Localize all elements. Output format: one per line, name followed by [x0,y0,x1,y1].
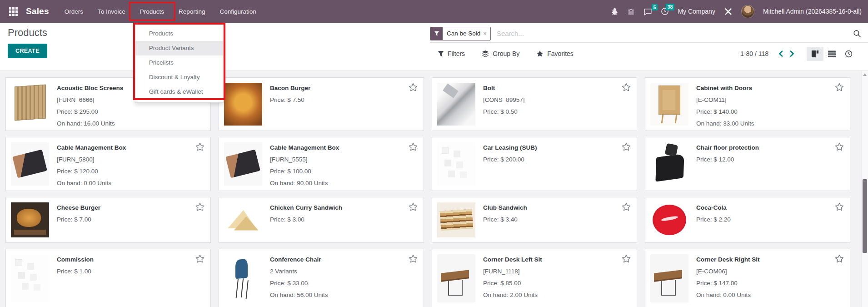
dropdown-item-pricelists[interactable]: Pricelists [135,55,223,70]
apps-grid-icon[interactable] [6,0,20,23]
product-name: Commission [57,254,94,266]
pager-next-icon[interactable] [786,47,798,60]
product-name: Bacon Burger [270,82,310,94]
product-onhand: On hand: 56.00 Units [270,289,328,301]
product-name: Cable Management Box [57,142,126,154]
product-code: [FURN_5555] [270,154,339,166]
filters-button[interactable]: Filters [438,50,465,57]
favorite-star-icon[interactable] [409,142,418,151]
activities-icon[interactable]: 38 [661,7,669,15]
product-card[interactable]: Commission Price: $ 1.00 [5,249,211,307]
product-card[interactable]: Bolt [CONS_89957] Price: $ 0.50 [432,77,637,131]
pager-previous-icon[interactable] [775,47,786,60]
favorite-star-icon[interactable] [195,254,205,263]
product-price: Price: $ 1.00 [57,266,94,277]
menu-products[interactable]: Products ProductsProduct VariantsPriceli… [133,0,171,23]
top-navbar: Sales Orders To Invoice Products Product… [0,0,868,23]
product-card[interactable]: Cheese Burger Price: $ 7.00 [5,197,211,243]
product-image [650,202,688,237]
favorites-button[interactable]: Favorites [536,50,574,57]
create-button[interactable]: CREATE [8,44,47,58]
search-icon[interactable] [853,30,861,38]
favorite-star-icon[interactable] [835,83,844,91]
dropdown-item-products[interactable]: Products [135,26,223,41]
activity-view-icon [845,50,853,58]
product-card[interactable]: Conference Chair 2 Variants Price: $ 33.… [219,249,424,307]
product-price: Price: $ 3.00 [270,214,342,226]
kanban-view-button[interactable] [807,47,823,61]
product-price: Price: $ 147.00 [696,277,760,289]
product-price: Price: $ 7.50 [270,94,310,106]
favorite-star-icon[interactable] [835,142,844,151]
product-card[interactable]: Cabinet with Doors [E-COM11] Price: $ 14… [645,77,850,131]
activity-view-button[interactable] [840,47,857,61]
dropdown-item-discount-loyalty[interactable]: Discount & Loyalty [135,70,223,85]
product-card[interactable]: Corner Desk Right Sit [E-COM06] Price: $… [645,249,850,307]
product-card[interactable]: Bacon Burger Price: $ 7.50 [219,77,424,131]
favorite-star-icon[interactable] [195,202,205,211]
product-price: Price: $ 120.00 [57,166,126,177]
product-image [224,202,262,237]
tools-icon[interactable] [724,7,733,16]
product-code: [FURN_1118] [483,266,542,277]
dropdown-item-product-variants[interactable]: Product Variants [135,41,223,55]
product-image [437,202,475,237]
product-price: Price: $ 12.00 [696,154,759,166]
favorite-star-icon[interactable] [622,202,631,211]
scrollbar-thumb[interactable] [863,179,867,253]
product-name: Bolt [483,82,525,94]
user-avatar[interactable] [741,5,754,18]
favorite-star-icon[interactable] [622,142,631,151]
menu-configuration[interactable]: Configuration [213,0,264,23]
product-card[interactable]: Coca-Cola Price: $ 2.20 [645,197,850,243]
product-image [224,254,262,302]
menu-to-invoice[interactable]: To Invoice [90,0,133,23]
facet-remove-icon[interactable]: × [483,30,490,36]
product-card[interactable]: Corner Desk Left Sit [FURN_1118] Price: … [432,249,637,307]
product-price: Price: $ 295.00 [57,106,123,118]
favorite-star-icon[interactable] [409,202,418,211]
scrollbar[interactable] [861,71,868,307]
favorites-star-icon [536,50,544,57]
product-card[interactable]: Chicken Curry Sandwich Price: $ 3.00 [219,197,424,243]
product-card[interactable]: Car Leasing (SUB) Price: $ 200.00 [432,137,637,191]
product-image [11,142,49,186]
favorite-star-icon[interactable] [409,254,418,263]
product-image [650,254,688,302]
menu-orders[interactable]: Orders [57,0,90,23]
product-card[interactable]: Cable Management Box [FURN_5800] Price: … [5,137,211,191]
product-price: Price: $ 200.00 [483,154,537,166]
company-switcher[interactable]: My Company [678,8,715,15]
menu-reporting[interactable]: Reporting [171,0,213,23]
product-card[interactable]: Chair floor protection Price: $ 12.00 [645,137,850,191]
product-name: Club Sandwich [483,202,527,214]
product-onhand: On hand: 0.00 Units [696,289,760,301]
favorite-star-icon[interactable] [622,254,631,263]
favorite-star-icon[interactable] [835,254,844,263]
product-card[interactable]: Cable Management Box [FURN_5555] Price: … [219,137,424,191]
favorite-star-icon[interactable] [835,202,844,211]
bug-icon[interactable] [611,8,619,15]
kanban-view-icon [811,50,819,58]
dropdown-item-gift-cards-ewallet[interactable]: Gift cards & eWallet [135,85,223,99]
favorite-star-icon[interactable] [195,142,205,151]
layers-icon [482,50,489,57]
favorite-star-icon[interactable] [409,83,418,91]
product-card[interactable]: Club Sandwich Price: $ 3.40 [432,197,637,243]
product-price: Price: $ 2.20 [696,214,731,226]
search-input[interactable]: Search... [497,30,853,37]
user-name[interactable]: Mitchell Admin (20264385-16-0-all) [763,8,862,15]
search-facet[interactable]: Can be Sold × [430,27,491,40]
app-name[interactable]: Sales [26,0,49,23]
module-dots-icon[interactable] [627,8,635,15]
scrollbar-up-icon[interactable] [863,73,867,76]
favorite-star-icon[interactable] [622,83,631,91]
group-by-button[interactable]: Group By [482,50,519,57]
product-name: Cable Management Box [270,142,339,154]
product-name: Conference Chair [270,254,328,266]
messages-icon[interactable]: 5 [644,8,652,15]
product-image [437,254,475,302]
product-price: Price: $ 100.00 [270,166,339,177]
list-view-button[interactable] [823,47,840,61]
menu-products-label: Products [140,8,164,15]
